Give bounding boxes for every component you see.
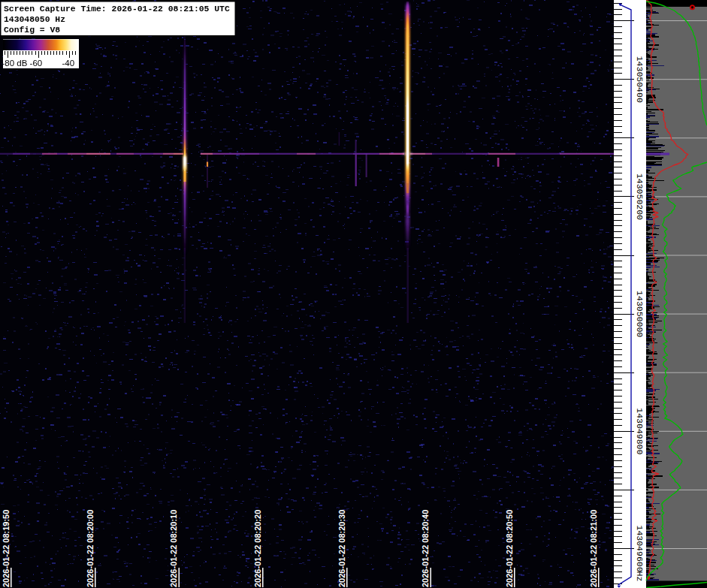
svg-text:2026-01-22 08:21:00: 2026-01-22 08:21:00	[589, 510, 598, 587]
svg-text:2026-01-22 08:20:10: 2026-01-22 08:20:10	[169, 510, 178, 587]
svg-text:Hz: Hz	[635, 571, 645, 582]
svg-text:-80 dB -60: -80 dB -60	[2, 59, 43, 68]
svg-text:2026-01-22 08:20:50: 2026-01-22 08:20:50	[505, 510, 514, 587]
svg-text:143049600: 143049600	[635, 526, 645, 572]
svg-text:2026-01-22 08:20:30: 2026-01-22 08:20:30	[337, 510, 346, 587]
svg-text:2026-01-22 08:20:20: 2026-01-22 08:20:20	[253, 510, 262, 587]
svg-text:2026-01-22 08:19:50: 2026-01-22 08:19:50	[2, 510, 11, 587]
svg-text:Screen Capture Time: 2026-01-2: Screen Capture Time: 2026-01-22 08:21:05…	[4, 5, 230, 14]
svg-text:143049800: 143049800	[635, 408, 645, 454]
svg-text:2026-01-22 08:20:00: 2026-01-22 08:20:00	[86, 510, 95, 587]
svg-text:-40: -40	[62, 59, 75, 68]
svg-text:Config = V8: Config = V8	[4, 26, 60, 35]
svg-text:143050000: 143050000	[635, 291, 645, 337]
svg-text:143048050 Hz: 143048050 Hz	[4, 15, 65, 24]
svg-text:143050200: 143050200	[635, 173, 645, 220]
svg-text:143050400: 143050400	[635, 56, 645, 103]
svg-text:2026-01-22 08:20:40: 2026-01-22 08:20:40	[421, 510, 430, 587]
